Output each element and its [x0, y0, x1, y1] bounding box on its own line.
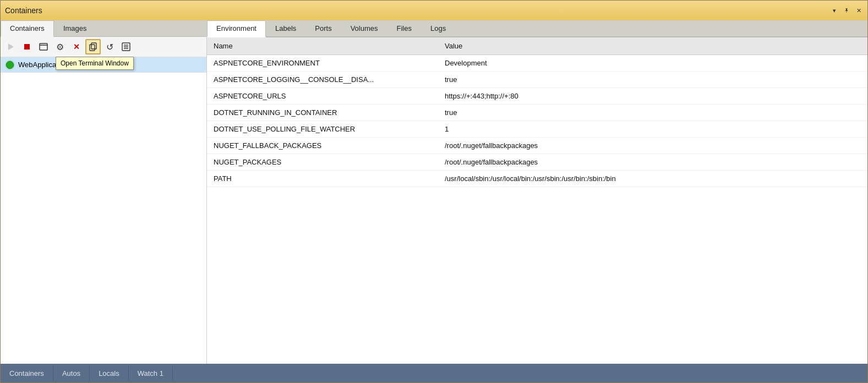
left-panel: Containers Images — [1, 20, 207, 364]
content-area: Containers Images — [1, 20, 867, 364]
tab-files[interactable]: Files — [387, 20, 421, 36]
tab-logs[interactable]: Logs — [421, 20, 455, 36]
table-row[interactable]: DOTNET_RUNNING_IN_CONTAINERtrue — [207, 105, 867, 121]
env-name-cell: PATH — [207, 171, 438, 187]
svg-rect-5 — [90, 45, 95, 51]
title-bar-left: Containers — [5, 6, 42, 15]
env-value-cell: 1 — [438, 121, 867, 138]
env-value-cell: true — [438, 72, 867, 88]
container-list: WebApplication-Docker — [1, 57, 206, 364]
bottom-tab-autos[interactable]: Autos — [53, 366, 90, 381]
dropdown-btn[interactable]: ▾ — [830, 6, 839, 15]
tab-labels[interactable]: Labels — [266, 20, 305, 36]
start-button[interactable] — [3, 39, 18, 54]
main-area: Containers Images — [1, 20, 867, 364]
stop-button[interactable] — [19, 39, 35, 54]
title-bar: Containers ▾ 🖈 ✕ — [1, 1, 867, 20]
environment-table: Name Value ASPNETCORE_ENVIRONMENTDevelop… — [207, 37, 867, 364]
refresh-button[interactable]: ↺ — [102, 39, 117, 54]
terminal-button[interactable] — [36, 39, 51, 54]
table-row[interactable]: ASPNETCORE_URLShttps://+:443;http://+:80 — [207, 88, 867, 105]
right-panel: Environment Labels Ports Volumes Files L… — [207, 20, 867, 364]
bottom-tab-locals[interactable]: Locals — [90, 366, 129, 381]
env-name-cell: ASPNETCORE_URLS — [207, 88, 438, 105]
left-tabs: Containers Images — [1, 20, 206, 37]
tab-containers[interactable]: Containers — [1, 20, 54, 37]
env-value-cell: https://+:443;http://+:80 — [438, 88, 867, 105]
tab-images[interactable]: Images — [54, 20, 96, 36]
tab-environment[interactable]: Environment — [207, 20, 266, 37]
main-window: Containers ▾ 🖈 ✕ Containers Images — [0, 0, 868, 383]
title-bar-controls: ▾ 🖈 ✕ — [830, 6, 863, 15]
svg-rect-1 — [24, 44, 30, 50]
close-btn[interactable]: ✕ — [854, 6, 863, 15]
settings-button[interactable]: ⚙ — [52, 39, 68, 54]
col-header-value: Value — [438, 37, 867, 55]
env-value-cell: Development — [438, 55, 867, 72]
right-tabs: Environment Labels Ports Volumes Files L… — [207, 20, 867, 37]
tab-ports[interactable]: Ports — [305, 20, 341, 36]
table-row[interactable]: PATH/usr/local/sbin:/usr/local/bin:/usr/… — [207, 171, 867, 187]
env-name-cell: ASPNETCORE_ENVIRONMENT — [207, 55, 438, 72]
remove-button[interactable]: ✕ — [69, 39, 84, 54]
toolbar-tooltip: Open Terminal Window — [56, 57, 134, 70]
status-dot-running — [6, 61, 14, 69]
env-value-cell: /root/.nuget/fallbackpackages — [438, 138, 867, 154]
window-title: Containers — [5, 6, 42, 15]
env-value-cell: true — [438, 105, 867, 121]
table-row[interactable]: ASPNETCORE_ENVIRONMENTDevelopment — [207, 55, 867, 72]
bottom-bar: Containers Autos Locals Watch 1 — [1, 364, 867, 382]
bottom-tab-containers[interactable]: Containers — [1, 366, 53, 381]
env-name-cell: ASPNETCORE_LOGGING__CONSOLE__DISA... — [207, 72, 438, 88]
table-row[interactable]: DOTNET_USE_POLLING_FILE_WATCHER1 — [207, 121, 867, 138]
table-row[interactable]: NUGET_FALLBACK_PACKAGES/root/.nuget/fall… — [207, 138, 867, 154]
toolbar: ⚙ ✕ ↺ — [1, 37, 206, 57]
col-header-name: Name — [207, 37, 438, 55]
env-name-cell: DOTNET_RUNNING_IN_CONTAINER — [207, 105, 438, 121]
table-row[interactable]: ASPNETCORE_LOGGING__CONSOLE__DISA...true — [207, 72, 867, 88]
svg-rect-2 — [40, 43, 47, 50]
table-row[interactable]: NUGET_PACKAGES/root/.nuget/fallbackpacka… — [207, 154, 867, 171]
copy-button[interactable] — [85, 39, 101, 54]
env-name-cell: NUGET_FALLBACK_PACKAGES — [207, 138, 438, 154]
env-value-cell: /usr/local/sbin:/usr/local/bin:/usr/sbin… — [438, 171, 867, 187]
bottom-tab-watch1[interactable]: Watch 1 — [129, 366, 173, 381]
svg-rect-4 — [91, 43, 96, 49]
pin-btn[interactable]: 🖈 — [842, 6, 851, 15]
env-value-cell: /root/.nuget/fallbackpackages — [438, 154, 867, 171]
env-name-cell: NUGET_PACKAGES — [207, 154, 438, 171]
prune-button[interactable] — [118, 39, 134, 54]
svg-marker-0 — [8, 43, 14, 50]
tab-volumes[interactable]: Volumes — [341, 20, 387, 36]
env-name-cell: DOTNET_USE_POLLING_FILE_WATCHER — [207, 121, 438, 138]
